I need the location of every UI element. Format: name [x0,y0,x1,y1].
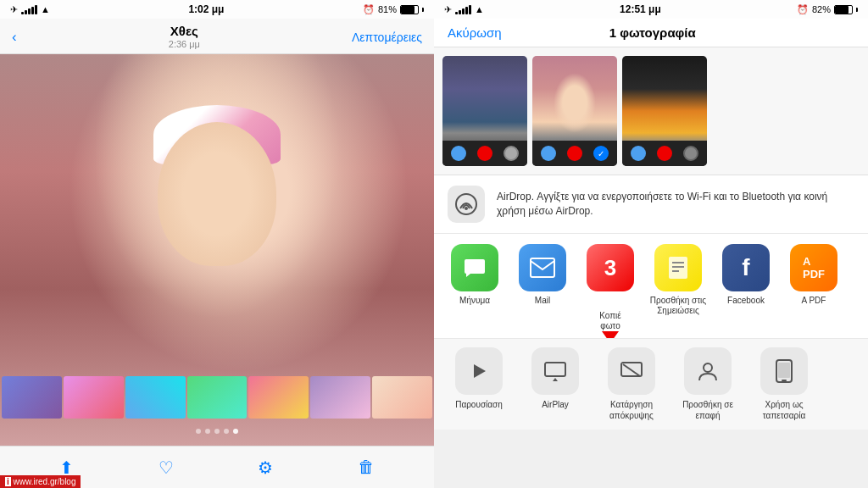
share-thumb-2[interactable]: ✓ [532,56,617,166]
app-mail[interactable]: Mail [509,244,576,331]
battery-body [400,5,419,14]
battery-fill [401,6,415,14]
alarm-icon-right: ⏰ [797,4,809,15]
camera-copy-icon: 3 [587,244,634,291]
face [158,122,276,266]
app-messages[interactable]: Μήνυμα [441,244,509,331]
watermark-text: www.ired.gr/blog [14,477,76,486]
battery-area: ⏰ 81% [363,4,424,15]
messages-label: Μήνυμα [459,296,490,306]
airplane-icon-right: ✈ [444,4,452,15]
nav-bar-left: ‹ Χθες 2:36 μμ Λεπτομέρειες [0,19,434,54]
action-hide[interactable]: Κατάργηση απόκρυψης [593,347,670,421]
svg-point-12 [704,363,712,372]
signal-area-right: ✈ ▲ [444,4,484,15]
airdrop-description: AirDrop. Αγγίξτε για να ενεργοποιήσετε τ… [497,190,854,219]
facebook-label: Facebook [727,296,765,306]
photo-dots [196,429,238,434]
phone-left: ✈ ▲ 1:02 μμ ⏰ 81% ‹ Χθες 2:36 μμ Λ [0,0,434,488]
share-thumb-1[interactable] [442,56,527,166]
notes-label: Προσθήκη στις Σημειώσεις [644,296,712,316]
signal-bars [21,4,37,14]
dot-3 [214,429,220,434]
app-more[interactable]: APDF A PDF [780,244,848,331]
share-icon[interactable]: ⬆ [59,458,74,478]
signal-area: ✈ ▲ [10,4,50,15]
contact-icon [684,347,732,395]
cancel-button[interactable]: Ακύρωση [448,25,502,40]
svg-line-11 [623,364,640,376]
share-photos-strip: ✓ [434,47,868,175]
watermark-i: i [5,477,11,486]
girl-face [149,105,285,274]
action-wallpaper[interactable]: Χρήση ως ταπετσαρία [746,347,822,421]
facebook-f: f [742,254,749,281]
svg-point-1 [465,207,468,210]
action-airplay[interactable]: AirPlay [517,347,593,421]
share-actions-row: Παρουσίαση AirPlay Κατάργηση απόκρυψης [434,339,868,430]
dot-4 [224,429,229,434]
detail-button[interactable]: Λεπτομέρειες [352,30,422,44]
camera-copy-label: Κοπιέφωτο [599,311,621,331]
wallpaper-icon [760,347,808,395]
status-bar-left: ✈ ▲ 1:02 μμ ⏰ 81% [0,0,434,19]
more-label: A PDF [802,296,826,306]
alarm-icon: ⏰ [363,4,375,15]
airdrop-text-content: AirDrop. Αγγίξτε για να ενεργοποιήσετε τ… [497,191,827,217]
watermark: i www.ired.gr/blog [0,475,81,488]
svg-rect-8 [545,363,565,376]
battery-fill-right [835,6,849,14]
mail-label: Mail [535,296,550,306]
battery-percent: 81% [378,4,397,14]
messages-icon [451,244,498,291]
battery-area-right: ⏰ 82% [797,4,858,15]
back-button[interactable]: ‹ [12,29,17,46]
signal-bars-right [455,4,471,14]
time-display: 1:02 μμ [188,3,224,15]
facebook-icon: f [722,244,770,291]
phone-right: ✈ ▲ 12:51 μμ ⏰ 82% Ακύρωση 1 φωτογραφία [434,0,868,488]
contact-label: Προσθήκη σε επαφή [670,399,746,421]
wifi-icon: ▲ [41,4,50,14]
bar5 [35,5,37,14]
bar4 [31,7,34,14]
main-photo[interactable] [0,54,434,446]
trash-icon[interactable]: 🗑 [358,458,375,477]
thumb-2[interactable] [64,376,124,419]
dot-1 [196,429,201,434]
thumb-7[interactable] [372,376,432,419]
airdrop-icon [448,186,485,223]
app-camera-copy[interactable]: 3 Κοπιέφωτο [576,244,644,331]
share-thumb-3[interactable] [622,56,707,166]
app-notes[interactable]: Προσθήκη στις Σημειώσεις [644,244,712,331]
thumb-4[interactable] [187,376,248,419]
nav-subtitle: 2:36 μμ [169,39,200,50]
airdrop-svg [453,191,479,217]
notes-icon [654,244,702,291]
app-facebook[interactable]: f Facebook [712,244,780,331]
wallpaper-label: Χρήση ως ταπετσαρία [746,399,822,421]
badge-number: 3 [604,255,616,281]
heart-icon[interactable]: ♡ [159,458,174,478]
battery-tip [422,8,424,12]
slideshow-label: Παρουσίαση [455,399,503,410]
share-apps-row: Μήνυμα Mail 3 Κοπιέφωτο [434,234,868,339]
action-contact[interactable]: Προσθήκη σε επαφή [670,347,746,421]
status-bar-right: ✈ ▲ 12:51 μμ ⏰ 82% [434,0,868,19]
svg-marker-7 [474,364,486,378]
thumb-5[interactable] [248,376,309,419]
nav-title: Χθες 2:36 μμ [169,24,200,50]
thumb-1[interactable] [2,376,62,419]
thumb-6[interactable] [310,376,370,419]
battery-percent-right: 82% [812,4,831,14]
action-slideshow[interactable]: Παρουσίαση [441,347,517,421]
airdrop-section[interactable]: AirDrop. Αγγίξτε για να ενεργοποιήσετε τ… [434,175,868,234]
adjust-icon[interactable]: ⚙ [258,458,273,478]
more-icon: APDF [790,244,837,291]
share-nav: Ακύρωση 1 φωτογραφία [434,19,868,47]
thumb-3[interactable] [125,376,186,419]
wifi-icon-right: ▲ [475,4,484,14]
battery-body-right [834,5,853,14]
dot-5 [233,429,238,434]
mail-icon [519,244,566,291]
